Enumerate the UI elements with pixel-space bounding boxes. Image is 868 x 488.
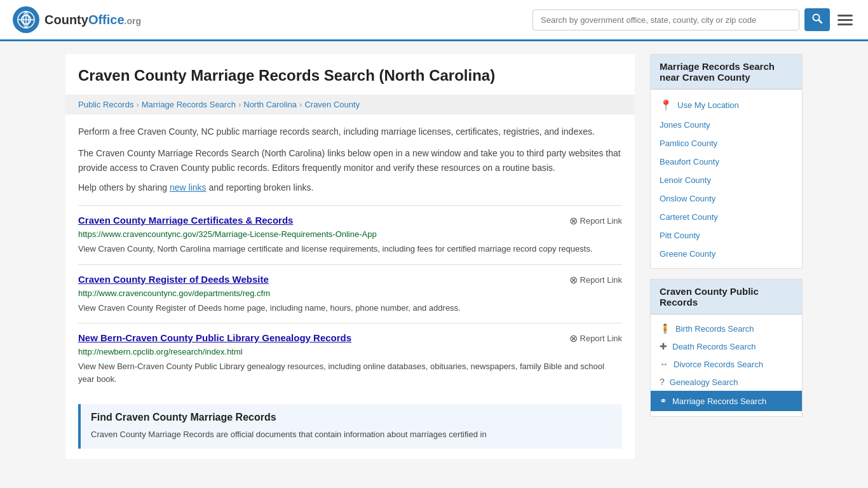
nearby-county-7: Greene County <box>651 245 802 263</box>
report-link-0[interactable]: ⊗ Report Link <box>569 215 622 227</box>
nearby-county-4: Onslow County <box>651 189 802 208</box>
public-records-body: 🧍 Birth Records Search ✚ Death Records S… <box>651 315 802 416</box>
public-record-item-4: ⚭ Marriage Records Search <box>651 391 802 411</box>
breadcrumb: Public Records › Marriage Records Search… <box>65 95 635 114</box>
nearby-county-0: Jones County <box>651 116 802 134</box>
svg-line-6 <box>819 20 822 24</box>
record-item-header-0: Craven County Marriage Certificates & Re… <box>78 215 622 227</box>
breadcrumb-public-records[interactable]: Public Records <box>78 100 133 109</box>
intro-paragraph2: The Craven County Marriage Records Searc… <box>78 146 622 175</box>
header: CountyOffice.org <box>0 0 868 41</box>
record-title-0[interactable]: Craven County Marriage Certificates & Re… <box>78 215 293 226</box>
public-record-item-0: 🧍 Birth Records Search <box>651 320 802 337</box>
nearby-body: 📍 Use My Location Jones CountyPamlico Co… <box>651 90 802 268</box>
search-input[interactable] <box>532 10 799 30</box>
nearby-counties-list: Jones CountyPamlico CountyBeaufort Count… <box>651 116 802 263</box>
nearby-county-link-4[interactable]: Onslow County <box>660 194 715 203</box>
nearby-county-6: Pitt County <box>651 226 802 245</box>
records-container: Craven County Marriage Certificates & Re… <box>78 205 622 394</box>
report-link-1[interactable]: ⊗ Report Link <box>569 274 622 286</box>
nearby-county-link-5[interactable]: Carteret County <box>660 212 718 222</box>
nearby-county-1: Pamlico County <box>651 134 802 152</box>
breadcrumb-north-carolina[interactable]: North Carolina <box>243 100 297 109</box>
search-button[interactable] <box>804 8 830 31</box>
page-title: Craven County Marriage Records Search (N… <box>65 54 635 85</box>
record-icon-2: ↔ <box>660 359 668 369</box>
report-icon-0: ⊗ <box>569 215 578 227</box>
main-content: Craven County Marriage Records Search (N… <box>65 54 635 459</box>
public-record-link-4[interactable]: Marriage Records Search <box>672 396 766 406</box>
main-container: Craven County Marriage Records Search (N… <box>53 41 815 471</box>
report-link-2[interactable]: ⊗ Report Link <box>569 332 622 344</box>
report-icon-2: ⊗ <box>569 332 578 344</box>
find-section-title: Find Craven County Marriage Records <box>91 412 612 423</box>
public-records-box: Craven County Public Records 🧍 Birth Rec… <box>650 279 803 417</box>
use-location-link[interactable]: Use My Location <box>677 100 739 110</box>
public-record-link-3[interactable]: Genealogy Search <box>670 377 738 387</box>
nearby-county-link-1[interactable]: Pamlico County <box>660 139 717 148</box>
record-item-2: New Bern-Craven County Public Library Ge… <box>78 323 622 394</box>
nearby-county-link-3[interactable]: Lenoir County <box>660 175 711 185</box>
record-desc-2: View New Bern-Craven County Public Libra… <box>78 360 622 385</box>
menu-button[interactable] <box>835 12 855 28</box>
record-desc-0: View Craven County, North Carolina marri… <box>78 243 622 255</box>
find-section: Find Craven County Marriage Records Crav… <box>78 404 622 449</box>
nearby-county-3: Lenoir County <box>651 171 802 189</box>
breadcrumb-marriage-search[interactable]: Marriage Records Search <box>142 100 236 109</box>
breadcrumb-sep3: › <box>299 100 302 109</box>
breadcrumb-sep1: › <box>136 100 139 109</box>
record-desc-1: View Craven County Register of Deeds hom… <box>78 302 622 315</box>
nearby-county-link-2[interactable]: Beaufort County <box>660 157 719 166</box>
nearby-county-5: Carteret County <box>651 208 802 226</box>
record-url-2[interactable]: http://newbern.cpclib.org/research/index… <box>78 347 622 356</box>
record-url-0[interactable]: https://www.cravencountync.gov/325/Marri… <box>78 229 622 239</box>
share-text: Help others by sharing new links and rep… <box>78 182 622 193</box>
record-icon-1: ✚ <box>660 341 667 351</box>
public-record-item-3: ? Genealogy Search <box>651 373 802 391</box>
public-record-link-1[interactable]: Death Records Search <box>672 342 756 351</box>
public-record-link-2[interactable]: Divorce Records Search <box>674 360 763 369</box>
share-after: and reporting broken links. <box>207 182 314 193</box>
record-item-1: Craven County Register of Deeds Website … <box>78 264 622 323</box>
nearby-county-2: Beaufort County <box>651 152 802 171</box>
content-body: Perform a free Craven County, NC public … <box>65 114 635 459</box>
breadcrumb-craven-county[interactable]: Craven County <box>304 100 360 109</box>
location-icon: 📍 <box>660 99 672 111</box>
logo-text: CountyOffice.org <box>44 13 141 27</box>
record-item-header-1: Craven County Register of Deeds Website … <box>78 274 622 286</box>
record-icon-0: 🧍 <box>660 323 670 334</box>
record-title-2[interactable]: New Bern-Craven County Public Library Ge… <box>78 332 351 343</box>
logo-area: CountyOffice.org <box>13 6 141 33</box>
search-area <box>532 8 855 31</box>
new-links-link[interactable]: new links <box>170 182 207 193</box>
find-section-desc: Craven County Marriage Records are offic… <box>91 428 612 441</box>
logo-icon <box>13 6 39 33</box>
public-record-item-1: ✚ Death Records Search <box>651 337 802 355</box>
nearby-county-link-7[interactable]: Greene County <box>660 249 715 259</box>
nearby-county-link-0[interactable]: Jones County <box>660 120 710 130</box>
public-records-header: Craven County Public Records <box>651 280 802 315</box>
sidebar: Marriage Records Search near Craven Coun… <box>650 54 803 459</box>
breadcrumb-sep2: › <box>238 100 241 109</box>
report-icon-1: ⊗ <box>569 274 578 286</box>
record-title-1[interactable]: Craven County Register of Deeds Website <box>78 274 269 285</box>
nearby-box: Marriage Records Search near Craven Coun… <box>650 54 803 269</box>
nearby-county-link-6[interactable]: Pitt County <box>660 231 700 240</box>
record-icon-4: ⚭ <box>660 396 667 406</box>
record-item-header-2: New Bern-Craven County Public Library Ge… <box>78 332 622 344</box>
record-url-1[interactable]: http://www.cravencountync.gov/department… <box>78 288 622 298</box>
nearby-header: Marriage Records Search near Craven Coun… <box>651 55 802 90</box>
record-icon-3: ? <box>660 377 665 387</box>
public-record-link-0[interactable]: Birth Records Search <box>675 324 754 334</box>
intro-paragraph1: Perform a free Craven County, NC public … <box>78 125 622 139</box>
public-records-list: 🧍 Birth Records Search ✚ Death Records S… <box>651 320 802 411</box>
record-item-0: Craven County Marriage Certificates & Re… <box>78 205 622 264</box>
public-record-item-2: ↔ Divorce Records Search <box>651 355 802 373</box>
share-before: Help others by sharing <box>78 182 170 193</box>
use-location-item[interactable]: 📍 Use My Location <box>651 95 802 116</box>
